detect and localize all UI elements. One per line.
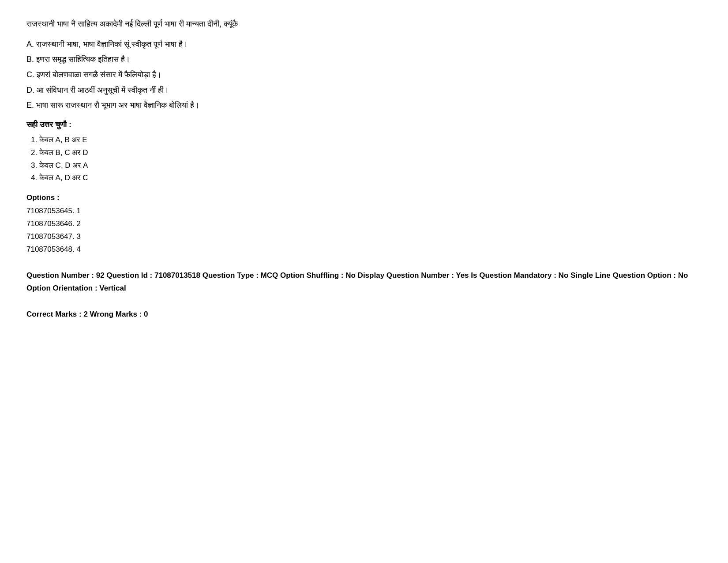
option-a: A. राजस्थानी भाषा, भाषा वैज्ञानिकां सूं … bbox=[26, 38, 702, 51]
choose-answer-label: सही उत्तर चुणौ : bbox=[26, 120, 702, 129]
numbered-option-1: 1. केवल A, B अर E bbox=[31, 134, 702, 147]
metadata-line2: Correct Marks : 2 Wrong Marks : 0 bbox=[26, 308, 702, 321]
option-c: C. इणरां बोलणवाळा सगळै संसार में फैलियोड… bbox=[26, 68, 702, 82]
option-id-1: 71087053645. 1 bbox=[26, 205, 702, 218]
options-label: Options : bbox=[26, 193, 702, 202]
option-d: D. आ संविधान री आठवीं अनुसूची में स्वीकृ… bbox=[26, 83, 702, 97]
option-b: B. इणरा समृद्ध साहित्यिक इतिहास है। bbox=[26, 53, 702, 66]
numbered-option-4: 4. केवल A, D अर C bbox=[31, 172, 702, 185]
question-main-text: राजस्थानी भाषा नै साहित्य अकादेमी नई दिल… bbox=[26, 18, 702, 30]
option-id-3: 71087053647. 3 bbox=[26, 230, 702, 243]
numbered-option-2: 2. केवल B, C अर D bbox=[31, 147, 702, 159]
option-e: E. भाषा सारू राजस्थान रौ भूभाग अर भाषा व… bbox=[26, 98, 702, 112]
metadata-line1: Question Number : 92 Question Id : 71087… bbox=[26, 269, 702, 295]
option-id-2: 71087053646. 2 bbox=[26, 218, 702, 230]
numbered-option-3: 3. केवल C, D अर A bbox=[31, 159, 702, 172]
option-id-4: 71087053648. 4 bbox=[26, 243, 702, 256]
